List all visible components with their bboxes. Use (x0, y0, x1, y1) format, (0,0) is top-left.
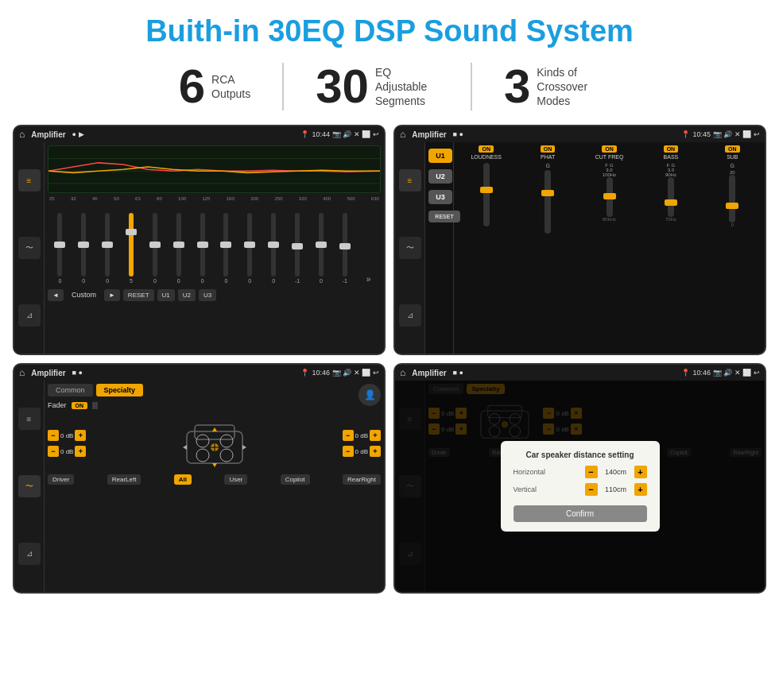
svg-marker-12 (212, 427, 217, 431)
eq-slider-2[interactable]: 0 (97, 213, 118, 284)
app-name-1: Amplifier (31, 130, 65, 139)
phat-slider[interactable] (545, 170, 551, 234)
sidebar-vol-btn-3[interactable]: ⊿ (18, 543, 41, 565)
rearleft-btn[interactable]: RearLeft (107, 474, 141, 485)
screen-distance: ⌂ Amplifier ■ ● 📍 10:46 📷 🔊 ✕ ⬜ ↩ ≡ 〜 ⊿ … (393, 363, 766, 594)
cutfreq-slider[interactable] (607, 177, 613, 217)
eq-slider-9[interactable]: 0 (263, 213, 285, 284)
bottom-labels-3: Driver RearLeft All User Copilot RearRig… (48, 474, 381, 485)
time-4: 10:46 (692, 369, 711, 377)
fader-on-toggle[interactable]: ON (72, 402, 88, 409)
plus-tr[interactable]: + (370, 430, 381, 441)
stat-eq: 30 EQ Adjustable Segments (284, 63, 472, 110)
specialty-tab[interactable]: Specialty (96, 384, 144, 396)
horizontal-value: 140cm (600, 468, 632, 476)
minus-bl[interactable]: − (48, 446, 59, 457)
status-icons-3: 📍 10:46 📷 🔊 ✕ ⬜ ↩ (300, 369, 379, 377)
channel-cutfreq: ON CUT FREQ FG 3.0 100Hz 80kHz (580, 145, 638, 350)
sidebar-eq-btn-3[interactable]: ≡ (18, 408, 41, 430)
loudness-slider[interactable] (483, 163, 490, 226)
reset-btn-1[interactable]: RESET (123, 289, 154, 301)
u2-select-btn[interactable]: U2 (428, 169, 452, 184)
plus-tl[interactable]: + (75, 430, 86, 441)
next-preset-btn[interactable]: ► (104, 289, 120, 301)
u2-btn-1[interactable]: U2 (178, 289, 196, 301)
plus-bl[interactable]: + (75, 446, 86, 457)
u3-btn-1[interactable]: U3 (199, 289, 216, 301)
statusbar-4: ⌂ Amplifier ■ ● 📍 10:46 📷 🔊 ✕ ⬜ ↩ (395, 365, 765, 381)
db-control-tr: − 0 dB + (343, 430, 381, 441)
vertical-control: − 110cm + (585, 483, 647, 496)
prev-preset-btn[interactable]: ◄ (48, 289, 64, 301)
u1-btn-1[interactable]: U1 (157, 289, 175, 301)
u1-select-btn[interactable]: U1 (428, 149, 452, 163)
settings-icon[interactable]: 👤 (358, 384, 381, 406)
eq-graph (48, 145, 381, 193)
home-icon-3[interactable]: ⌂ (19, 367, 25, 378)
fader-label: Fader (48, 401, 67, 409)
horizontal-row: Horizontal − 140cm + (514, 466, 647, 478)
u3-select-btn[interactable]: U3 (428, 190, 452, 204)
eq-slider-0[interactable]: 0 (49, 213, 71, 284)
minus-br[interactable]: − (343, 446, 354, 457)
channel-label-bass: BASS (664, 154, 679, 160)
minus-tr[interactable]: − (343, 430, 354, 441)
stat-number-rca: 6 (179, 63, 205, 110)
eq-slider-12[interactable]: -1 (334, 213, 355, 284)
stat-number-crossover: 3 (504, 63, 530, 110)
sidebar-vol-btn[interactable]: ⊿ (18, 304, 41, 327)
eq-slider-7[interactable]: 0 (215, 213, 237, 284)
minus-tl[interactable]: − (48, 430, 59, 441)
horizontal-control: − 140cm + (585, 466, 647, 478)
bass-slider[interactable] (668, 177, 674, 217)
on-badge-loudness[interactable]: ON (479, 145, 494, 153)
fader-row: Fader ON ||| (48, 401, 143, 409)
vertical-minus-btn[interactable]: − (585, 483, 598, 496)
sidebar-wave-btn[interactable]: 〜 (18, 237, 41, 259)
sidebar-eq-btn-2[interactable]: ≡ (399, 169, 421, 191)
sidebar-2: ≡ 〜 ⊿ (395, 142, 425, 354)
vertical-value: 110cm (600, 485, 632, 493)
statusbar-2: ⌂ Amplifier ■ ● 📍 10:45 📷 🔊 ✕ ⬜ ↩ (395, 126, 765, 142)
svg-marker-14 (183, 445, 187, 450)
home-icon-2[interactable]: ⌂ (400, 129, 405, 140)
eq-slider-8[interactable]: 0 (239, 213, 261, 284)
sidebar-eq-btn[interactable]: ≡ (18, 169, 41, 191)
on-badge-phat[interactable]: ON (541, 145, 556, 153)
eq-slider-10[interactable]: -1 (287, 213, 308, 284)
on-badge-bass[interactable]: ON (664, 145, 679, 153)
sidebar-wave-btn-2[interactable]: 〜 (399, 237, 421, 259)
horizontal-minus-btn[interactable]: − (585, 466, 598, 478)
eq-main: 253240506380100125160200250320400500630 … (45, 142, 384, 354)
plus-br[interactable]: + (370, 446, 381, 457)
eq-slider-6[interactable]: 0 (192, 213, 213, 284)
eq-slider-3[interactable]: 5 (121, 213, 142, 284)
common-tab[interactable]: Common (48, 384, 93, 396)
sub-slider[interactable] (729, 175, 735, 222)
vertical-row: Vertical − 110cm + (514, 483, 647, 496)
sidebar-wave-btn-3[interactable]: 〜 (18, 475, 41, 497)
stat-rca: 6 RCA Outputs (147, 63, 284, 110)
horizontal-plus-btn[interactable]: + (634, 466, 647, 478)
eq-slider-5[interactable]: 0 (168, 213, 189, 284)
user-btn[interactable]: User (224, 474, 247, 485)
sidebar-vol-btn-2[interactable]: ⊿ (399, 304, 421, 327)
rearright-btn[interactable]: RearRight (343, 474, 381, 485)
eq-slider-1[interactable]: 0 (73, 213, 95, 284)
distance-dialog: Car speaker distance setting Horizontal … (501, 441, 660, 532)
screen1-body: ≡ 〜 ⊿ 2532405063801001251602002503204005… (14, 142, 384, 354)
all-btn[interactable]: All (174, 474, 192, 485)
on-badge-cutfreq[interactable]: ON (602, 145, 617, 153)
eq-slider-4[interactable]: 0 (144, 213, 165, 284)
eq-slider-11[interactable]: 0 (310, 213, 331, 284)
driver-btn[interactable]: Driver (48, 474, 74, 485)
copilot-btn[interactable]: Copilot (281, 474, 310, 485)
eq-more-btn[interactable]: » (358, 275, 379, 284)
time-1: 10:44 (312, 130, 330, 138)
on-badge-sub[interactable]: ON (725, 145, 740, 153)
home-icon-4[interactable]: ⌂ (400, 367, 405, 378)
home-icon[interactable]: ⌂ (19, 129, 25, 140)
confirm-button[interactable]: Confirm (514, 505, 647, 522)
stat-number-eq: 30 (316, 63, 369, 110)
vertical-plus-btn[interactable]: + (634, 483, 647, 496)
